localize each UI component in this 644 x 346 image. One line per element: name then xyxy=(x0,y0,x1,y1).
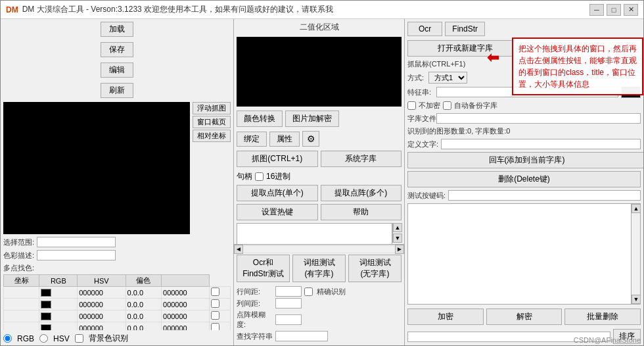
load-button[interactable]: 加载 xyxy=(101,22,133,37)
method-select[interactable]: 方式1 方式2 方式3 xyxy=(428,72,467,84)
dict-scroll-down[interactable]: ▼ xyxy=(632,295,641,304)
cell-color xyxy=(39,299,78,310)
matrix-label: 点阵模糊度: xyxy=(237,310,273,330)
middle-scrollbar[interactable]: ▲ ▼ xyxy=(392,223,402,243)
table-row: 000000 0.0.0 000000 xyxy=(4,287,231,299)
extract-row: 提取点阵(单个) 提取点阵(多个) xyxy=(234,184,404,203)
relative-mark-button[interactable]: 相对坐标 xyxy=(193,130,231,142)
encrypt-button[interactable]: 加密 xyxy=(407,309,484,325)
word-test-dict-button[interactable]: 词组测试(有字库) xyxy=(292,255,346,282)
horizontal-scrollbar[interactable]: ◄ ► xyxy=(234,244,404,253)
add-to-dict-button[interactable]: 回车(添加到当前字库) xyxy=(407,152,643,168)
bg-recognition-cb[interactable] xyxy=(75,334,83,343)
edit-button[interactable]: 编辑 xyxy=(101,62,133,78)
dict-scroll-up[interactable]: ▲ xyxy=(632,204,641,213)
cell-rgb: 000000 xyxy=(78,310,126,322)
float-capture-button[interactable]: 浮动抓图 xyxy=(193,102,231,114)
no-add-label: 不加密 xyxy=(419,101,440,111)
scroll-right-arrow[interactable]: ► xyxy=(395,245,404,254)
color-row: 色彩描述: 000000-000000 xyxy=(1,249,233,262)
define-text-row: 定义文字: xyxy=(405,137,643,151)
cell-bias: 000000 xyxy=(162,310,210,322)
data-table: 坐标 RGB HSV 偏色 000000 0.0.0 000000 000000… xyxy=(3,274,231,330)
test-keycode-input[interactable] xyxy=(448,190,641,201)
cell-check[interactable] xyxy=(210,310,231,322)
auto-backup-checkbox[interactable] xyxy=(443,101,451,110)
title-bar-buttons: ─ □ ✕ xyxy=(589,4,638,16)
define-text-input[interactable] xyxy=(441,139,641,149)
save-button[interactable]: 保存 xyxy=(101,42,133,57)
toolbar-row2: 保存 xyxy=(1,39,233,60)
dict-list-area: ▲ ▼ xyxy=(407,203,641,305)
decrypt-button[interactable]: 解密 xyxy=(486,309,563,325)
bind-button[interactable]: 绑定 xyxy=(237,132,267,147)
window-screenshot-button[interactable]: 窗口截页 xyxy=(193,116,231,128)
col-check xyxy=(162,275,210,287)
dict-scrollbar[interactable]: ▲ ▼ xyxy=(631,204,640,304)
matrix-input[interactable]: 1.0 xyxy=(275,314,302,325)
capture-button[interactable]: 抓图(CTRL+1) xyxy=(237,151,318,167)
search-input[interactable] xyxy=(275,331,328,341)
middle-btns: 颜色转换 图片加解密 xyxy=(234,108,404,130)
system-dict-button[interactable]: 系统字库 xyxy=(321,151,402,167)
scroll-down-arrow[interactable]: ▼ xyxy=(393,234,402,243)
word-test-no-dict-button[interactable]: 词组测试(无字库) xyxy=(348,255,402,282)
title-bar: DM DM 大漠综合工具 - Verson:3.1233 欢迎您使用本工具，如果… xyxy=(1,1,643,19)
search-str-label: 查找字符串 xyxy=(237,332,273,341)
image-decrypt-button[interactable]: 图片加解密 xyxy=(285,111,339,127)
test-keycode-row: 测试按键码: xyxy=(405,189,643,202)
range-row: 选择范围: xyxy=(1,235,233,249)
delete-button[interactable]: 删除(Delete键) xyxy=(407,171,641,187)
cell-rgb: 000000 xyxy=(78,322,126,331)
cell-bias: 000000 xyxy=(162,322,210,331)
set-hotkey-button[interactable]: 设置热键 xyxy=(237,204,318,220)
title-logo: DM xyxy=(6,5,18,14)
extract-multi-button[interactable]: 提取点阵(多个) xyxy=(321,185,402,201)
col-spacing-input[interactable]: 0 xyxy=(275,298,302,309)
batch-delete-button[interactable]: 批量删除 xyxy=(564,309,641,325)
no-add-checkbox[interactable] xyxy=(407,101,416,110)
scroll-up-arrow[interactable]: ▲ xyxy=(393,223,402,232)
open-new-dict-button[interactable]: 打开或新建字库 xyxy=(407,40,523,57)
cell-check[interactable] xyxy=(210,287,231,299)
radio-hsv[interactable] xyxy=(39,334,48,343)
hex-checkbox[interactable] xyxy=(255,172,264,181)
extract-single-button[interactable]: 提取点阵(单个) xyxy=(237,185,318,201)
gear-button[interactable]: ⚙ xyxy=(302,131,319,147)
help-button[interactable]: 帮助 xyxy=(321,204,402,220)
cell-color xyxy=(39,287,78,299)
middle-panel: 二值化区域 颜色转换 图片加解密 绑定 属性 ⚙ 抓图(CTRL+1) 系统字库… xyxy=(234,19,405,345)
refresh-button[interactable]: 刷新 xyxy=(101,83,133,98)
cell-bias: 000000 xyxy=(162,287,210,299)
no-add-row: 不加密 自动备份字库 xyxy=(405,99,643,112)
radio-rgb-label: RGB xyxy=(17,334,34,343)
color-transform-button[interactable]: 颜色转换 xyxy=(237,111,283,127)
radio-rgb[interactable] xyxy=(3,334,12,343)
findstr-button[interactable]: FindStr xyxy=(445,22,485,36)
ocr-button[interactable]: Ocr xyxy=(407,22,442,36)
close-button[interactable]: ✕ xyxy=(624,4,638,16)
scroll-left-arrow[interactable]: ◄ xyxy=(234,245,243,254)
ocr-test-button[interactable]: Ocr和FindStr测试 xyxy=(237,255,290,282)
minimize-button[interactable]: ─ xyxy=(589,4,604,16)
dict-scroll-track xyxy=(632,213,640,295)
cell-coord xyxy=(4,287,39,299)
cell-check[interactable] xyxy=(210,322,231,331)
attr-button[interactable]: 属性 xyxy=(269,132,300,147)
cell-hsv: 0.0.0 xyxy=(126,310,161,322)
h-scroll-track xyxy=(243,246,395,253)
right-top-row: Ocr FindStr xyxy=(405,19,643,39)
maximize-button[interactable]: □ xyxy=(607,4,621,16)
dict-file-input[interactable]: D:\PycharmProject\PythonMo xyxy=(436,113,641,124)
bg-recognition-label: 背景色识别 xyxy=(89,333,128,344)
cell-check[interactable] xyxy=(210,299,231,310)
color-label: 色彩描述: xyxy=(3,251,34,260)
precise-checkbox[interactable] xyxy=(304,287,313,296)
col-spacing-row: 列间距: 0 xyxy=(237,298,402,309)
table-row: 000000 0.0.0 000000 xyxy=(4,322,231,331)
line-spacing-input[interactable]: 1 xyxy=(275,286,302,297)
annotation-text: 把这个拖拽到具体的窗口，然后再点击左侧属性按钮，能够非常直观的看到窗口的clas… xyxy=(518,44,637,89)
color-input[interactable]: 000000-000000 xyxy=(37,250,116,260)
multipoint-label: 多点找色: xyxy=(3,263,34,273)
range-input[interactable] xyxy=(37,237,116,247)
